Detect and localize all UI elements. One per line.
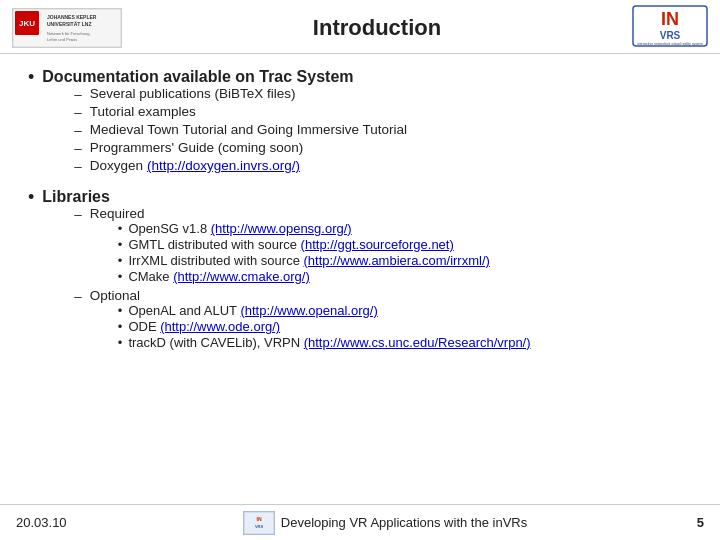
jku-logo-image: JKU JOHANNES KEPLER UNIVERSITÄT LNZ Netz… [12,8,122,48]
dash-sym: – [74,159,82,174]
dot-sym: • [118,303,123,318]
doc-list: – Several publications (BiBTeX files) – … [74,86,407,174]
irrxml-link[interactable]: (http://www.ambiera.com/irrxml/) [303,253,489,268]
gmtl-link[interactable]: (http://ggt.sourceforge.net) [301,237,454,252]
list-item: – Medieval Town Tutorial and Going Immer… [74,122,407,138]
list-item: – Several publications (BiBTeX files) [74,86,407,102]
optional-list: • OpenAL and ALUT (http://www.openal.org… [118,303,531,350]
dot-sym: • [118,221,123,236]
footer-date: 20.03.10 [16,515,96,530]
dash-sym: – [74,141,82,156]
section2-label: Libraries [42,188,110,205]
section-libraries: • Libraries – Required • OpenSG v1.8 (ht… [28,188,692,358]
dash-sym: – [74,87,82,102]
doc-item-3: Medieval Town Tutorial and Going Immersi… [90,122,407,137]
list-item: • GMTL distributed with source (http://g… [118,237,490,252]
doc-item-5: Doxygen (http://doxygen.invrs.org/) [90,158,300,173]
list-item: • trackD (with CAVELib), VRPN (http://ww… [118,335,531,350]
svg-text:IN: IN [661,9,679,29]
svg-text:VRS: VRS [660,30,681,41]
svg-text:VRS: VRS [255,524,264,529]
svg-text:JOHANNES KEPLER: JOHANNES KEPLER [47,14,97,20]
openal-link[interactable]: (http://www.openal.org/) [240,303,377,318]
svg-text:Netzwerk für Forschung,: Netzwerk für Forschung, [47,31,91,36]
list-item: • CMake (http://www.cmake.org/) [118,269,490,284]
doc-item-4: Programmers' Guide (coming soon) [90,140,303,155]
svg-text:JKU: JKU [19,19,35,28]
vrpn-link[interactable]: (http://www.cs.unc.edu/Research/vrpn/) [304,335,531,350]
dash-sym: – [74,123,82,138]
list-item: – Doxygen (http://doxygen.invrs.org/) [74,158,407,174]
dash-sym: – [74,289,82,304]
optional-group: – Optional • OpenAL and ALUT (http://www… [74,288,692,352]
dot-sym: • [118,269,123,284]
dot-sym: • [118,335,123,350]
lib-list: – Required • OpenSG v1.8 (http://www.ope… [74,206,692,352]
jku-logo: JKU JOHANNES KEPLER UNIVERSITÄT LNZ Netz… [12,8,122,48]
dash-sym: – [74,105,82,120]
footer: 20.03.10 IN VRS Developing VR Applicatio… [0,504,720,540]
opensg-link[interactable]: (http://www.opensg.org/) [211,221,352,236]
doxygen-link[interactable]: (http://doxygen.invrs.org/) [147,158,300,173]
svg-text:interactive networked virtual : interactive networked virtual reality sy… [637,42,703,46]
ode-link[interactable]: (http://www.ode.org/) [160,319,280,334]
footer-logo: IN VRS [243,511,275,535]
dash-sym: – [74,207,82,222]
list-item: • OpenAL and ALUT (http://www.openal.org… [118,303,531,318]
list-item: • IrrXML distributed with source (http:/… [118,253,490,268]
list-item: – Tutorial examples [74,104,407,120]
section-documentation: • Documentation available on Trac System… [28,68,692,180]
list-item: – Programmers' Guide (coming soon) [74,140,407,156]
section1-label: Documentation available on Trac System [42,68,353,85]
invrs-logo: IN VRS interactive networked virtual rea… [632,5,708,50]
required-label: Required [90,206,145,221]
required-group: – Required • OpenSG v1.8 (http://www.ope… [74,206,692,286]
footer-center: IN VRS Developing VR Applications with t… [96,511,674,535]
required-list: • OpenSG v1.8 (http://www.opensg.org/) •… [118,221,490,284]
bullet-1: • [28,67,34,88]
doc-item-1: Several publications (BiBTeX files) [90,86,296,101]
main-content: • Documentation available on Trac System… [0,54,720,376]
svg-text:Lehre und Praxis: Lehre und Praxis [47,37,77,42]
footer-page: 5 [674,515,704,530]
page-title: Introduction [122,15,632,41]
dot-sym: • [118,319,123,334]
list-item: • OpenSG v1.8 (http://www.opensg.org/) [118,221,490,236]
header: JKU JOHANNES KEPLER UNIVERSITÄT LNZ Netz… [0,0,720,54]
optional-label: Optional [90,288,140,303]
svg-text:IN: IN [256,516,261,522]
footer-text: Developing VR Applications with the inVR… [281,515,527,530]
dot-sym: • [118,253,123,268]
dot-sym: • [118,237,123,252]
cmake-link[interactable]: (http://www.cmake.org/) [173,269,310,284]
bullet-2: • [28,187,34,208]
svg-text:UNIVERSITÄT LNZ: UNIVERSITÄT LNZ [47,21,91,27]
doc-item-2: Tutorial examples [90,104,196,119]
list-item: • ODE (http://www.ode.org/) [118,319,531,334]
